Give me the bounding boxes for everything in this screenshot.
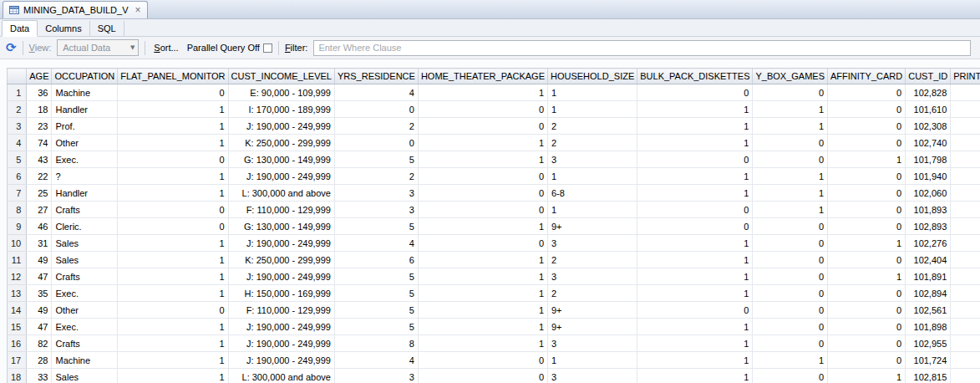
table-row[interactable]: 1149Sales1K: 250,000 - 299,999612100102,…	[8, 252, 980, 268]
table-row[interactable]: 827Crafts0F: 110,000 - 129,999301010101,…	[8, 202, 980, 218]
cell[interactable]: 6-8	[548, 185, 637, 202]
cell[interactable]: 0	[334, 135, 418, 151]
cell[interactable]: 1	[118, 352, 228, 369]
cell[interactable]: 33	[27, 369, 52, 383]
cell[interactable]: 9+	[548, 319, 637, 335]
cell[interactable]: 2	[548, 252, 637, 268]
cell[interactable]: 0	[418, 118, 547, 135]
cell[interactable]: 102,060	[906, 185, 951, 202]
cell[interactable]: 1	[118, 185, 228, 202]
cell[interactable]: 31	[27, 235, 52, 252]
cell[interactable]: Crafts	[52, 268, 118, 285]
cell[interactable]: Crafts	[52, 202, 118, 218]
row-number[interactable]: 6	[8, 168, 27, 185]
row-number[interactable]: 12	[8, 268, 27, 285]
cell[interactable]: 101,891	[906, 268, 951, 285]
cell[interactable]: 101,798	[906, 151, 951, 168]
cell[interactable]: J: 190,000 - 249,999	[228, 352, 334, 369]
cell[interactable]	[951, 218, 980, 235]
cell[interactable]: 6	[334, 252, 418, 268]
cell[interactable]: 0	[334, 101, 418, 118]
cell[interactable]: 2	[548, 118, 637, 135]
column-header-bulk_pack_diskettes[interactable]: BULK_PACK_DISKETTES	[637, 69, 753, 84]
row-number[interactable]: 3	[8, 118, 27, 135]
column-header-cust_id[interactable]: CUST_ID	[906, 69, 951, 84]
cell[interactable]: 0	[118, 202, 228, 218]
cell[interactable]: 9+	[548, 302, 637, 319]
cell[interactable]: 0	[753, 252, 828, 268]
cell[interactable]: 102,308	[906, 118, 951, 135]
tab-columns[interactable]: Columns	[38, 21, 89, 36]
table-row[interactable]: 1547Exec.1J: 190,000 - 249,999519+100101…	[8, 319, 980, 335]
cell[interactable]: 1	[753, 118, 828, 135]
cell[interactable]: 0	[118, 151, 228, 168]
cell[interactable]: 1	[418, 135, 547, 151]
cell[interactable]: 1	[418, 252, 547, 268]
cell[interactable]: 1	[637, 335, 753, 352]
cell[interactable]	[951, 235, 980, 252]
cell[interactable]: J: 190,000 - 249,999	[228, 235, 334, 252]
cell[interactable]	[951, 352, 980, 369]
cell[interactable]: 1	[753, 185, 828, 202]
cell[interactable]: 101,893	[906, 202, 951, 218]
cell[interactable]: 1	[418, 319, 547, 335]
table-row[interactable]: 218Handler1I: 170,000 - 189,999001110101…	[8, 101, 980, 118]
refresh-icon[interactable]: ⟳	[6, 42, 17, 54]
table-row[interactable]: 1031Sales1J: 190,000 - 249,999403101102,…	[8, 235, 980, 252]
cell[interactable]: 23	[27, 118, 52, 135]
cell[interactable]: 0	[828, 319, 906, 335]
cell[interactable]: 0	[637, 302, 753, 319]
cell[interactable]: 1	[118, 252, 228, 268]
cell[interactable]: 9+	[548, 218, 637, 235]
table-row[interactable]: 1247Crafts1J: 190,000 - 249,999513101101…	[8, 268, 980, 285]
row-number[interactable]: 15	[8, 319, 27, 335]
cell[interactable]: 1	[118, 319, 228, 335]
cell[interactable]: 1	[828, 235, 906, 252]
cell[interactable]: 1	[118, 285, 228, 302]
cell[interactable]: 0	[418, 101, 547, 118]
cell[interactable]: 47	[27, 268, 52, 285]
column-header-home_theater_package[interactable]: HOME_THEATER_PACKAGE	[418, 69, 547, 84]
cell[interactable]: 49	[27, 252, 52, 268]
cell[interactable]	[951, 84, 980, 101]
column-header-printer[interactable]: PRINTER	[951, 69, 980, 84]
cell[interactable]: 82	[27, 335, 52, 352]
cell[interactable]: 1	[828, 369, 906, 383]
cell[interactable]	[951, 135, 980, 151]
cell[interactable]	[951, 319, 980, 335]
cell[interactable]: 1	[118, 101, 228, 118]
cell[interactable]: 1	[637, 135, 753, 151]
cell[interactable]: Other	[52, 135, 118, 151]
cell[interactable]: 1	[637, 369, 753, 383]
cell[interactable]: F: 110,000 - 129,999	[228, 302, 334, 319]
cell[interactable]: 0	[118, 218, 228, 235]
cell[interactable]: K: 250,000 - 299,999	[228, 252, 334, 268]
cell[interactable]	[951, 369, 980, 383]
column-header-household_size[interactable]: HOUSEHOLD_SIZE	[548, 69, 637, 84]
cell[interactable]: 0	[828, 118, 906, 135]
row-number[interactable]: 13	[8, 285, 27, 302]
cell[interactable]: 25	[27, 185, 52, 202]
column-header-cust_income_level[interactable]: CUST_INCOME_LEVEL	[228, 69, 334, 84]
cell[interactable]: 0	[753, 285, 828, 302]
cell[interactable]: Other	[52, 302, 118, 319]
cell[interactable]: 4	[334, 235, 418, 252]
cell[interactable]: 1	[637, 319, 753, 335]
cell[interactable]: 1	[418, 302, 547, 319]
cell[interactable]: Machine	[52, 84, 118, 101]
filter-input[interactable]	[313, 40, 971, 56]
cell[interactable]: G: 130,000 - 149,999	[228, 151, 334, 168]
cell[interactable]: 102,815	[906, 369, 951, 383]
cell[interactable]: 1	[637, 252, 753, 268]
cell[interactable]: 3	[334, 369, 418, 383]
row-number[interactable]: 2	[8, 101, 27, 118]
cell[interactable]: Sales	[52, 369, 118, 383]
cell[interactable]: Handler	[52, 101, 118, 118]
cell[interactable]	[951, 335, 980, 352]
column-header-flat_panel_monitor[interactable]: FLAT_PANEL_MONITOR	[118, 69, 228, 84]
cell[interactable]: I: 170,000 - 189,999	[228, 101, 334, 118]
cell[interactable]: Machine	[52, 352, 118, 369]
cell[interactable]: 0	[753, 268, 828, 285]
cell[interactable]: 101,898	[906, 319, 951, 335]
cell[interactable]: 1	[637, 352, 753, 369]
